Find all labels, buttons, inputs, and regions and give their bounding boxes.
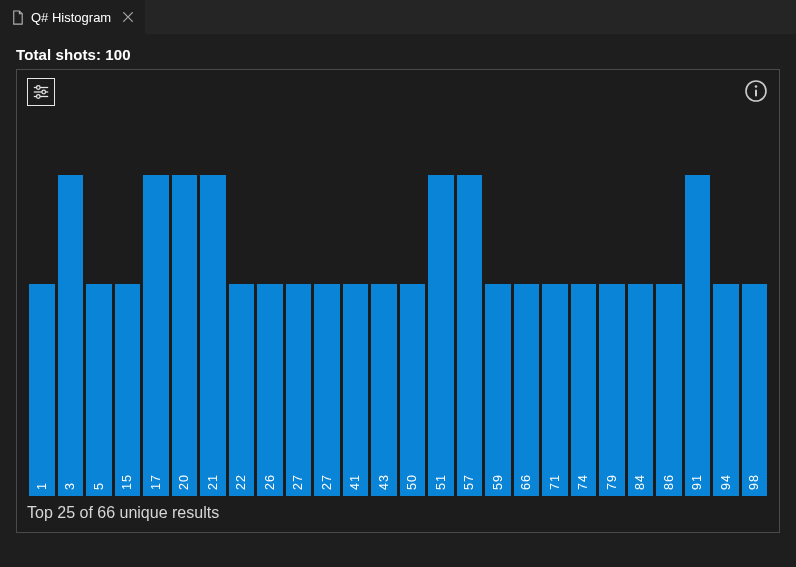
histogram-bar[interactable]: 3: [58, 154, 84, 496]
svg-point-5: [37, 95, 41, 99]
bar-label: 57: [462, 474, 476, 490]
bar-label: 51: [434, 474, 448, 490]
bar-label: 3: [63, 482, 77, 490]
histogram-chart: 1351517202122262727414350515759667174798…: [27, 106, 769, 498]
bar-label: 15: [120, 474, 134, 490]
histogram-bar[interactable]: 43: [371, 154, 397, 496]
main-content: Total shots: 100: [0, 34, 796, 533]
bar-label: 41: [348, 474, 362, 490]
bar-label: 43: [377, 474, 391, 490]
svg-point-3: [42, 90, 46, 94]
histogram-bar[interactable]: 20: [172, 154, 198, 496]
histogram-bar[interactable]: 91: [685, 154, 711, 496]
svg-point-7: [755, 85, 758, 88]
close-icon[interactable]: [121, 10, 135, 24]
tab-histogram[interactable]: Q# Histogram: [0, 0, 146, 34]
histogram-bar[interactable]: 94: [713, 154, 739, 496]
svg-point-1: [37, 86, 41, 90]
bar-label: 26: [263, 474, 277, 490]
histogram-bar[interactable]: 26: [257, 154, 283, 496]
bar-label: 22: [234, 474, 248, 490]
bar-label: 71: [548, 474, 562, 490]
histogram-bar[interactable]: 1: [29, 154, 55, 496]
tab-bar: Q# Histogram: [0, 0, 796, 34]
results-summary: Top 25 of 66 unique results: [27, 498, 769, 522]
bar-label: 98: [747, 474, 761, 490]
histogram-bar[interactable]: 22: [229, 154, 255, 496]
histogram-bar[interactable]: 51: [428, 154, 454, 496]
histogram-bar[interactable]: 5: [86, 154, 112, 496]
histogram-bar[interactable]: 79: [599, 154, 625, 496]
histogram-bar[interactable]: 66: [514, 154, 540, 496]
histogram-panel: 1351517202122262727414350515759667174798…: [16, 69, 780, 533]
histogram-bar[interactable]: 27: [286, 154, 312, 496]
histogram-bar[interactable]: 15: [115, 154, 141, 496]
histogram-bar[interactable]: 98: [742, 154, 768, 496]
bar-label: 27: [291, 474, 305, 490]
bar-label: 50: [405, 474, 419, 490]
histogram-bar[interactable]: 59: [485, 154, 511, 496]
histogram-bar[interactable]: 50: [400, 154, 426, 496]
histogram-bar[interactable]: 41: [343, 154, 369, 496]
bar-label: 74: [576, 474, 590, 490]
bar-label: 20: [177, 474, 191, 490]
histogram-bar[interactable]: 86: [656, 154, 682, 496]
histogram-bar[interactable]: 84: [628, 154, 654, 496]
histogram-bar[interactable]: 21: [200, 154, 226, 496]
histogram-bar[interactable]: 27: [314, 154, 340, 496]
bar-label: 84: [633, 474, 647, 490]
bar-label: 59: [491, 474, 505, 490]
panel-toolbar: [27, 78, 769, 106]
filter-settings-button[interactable]: [27, 78, 55, 106]
svg-rect-8: [755, 90, 757, 97]
info-button[interactable]: [743, 78, 769, 104]
histogram-bar[interactable]: 57: [457, 154, 483, 496]
histogram-bar[interactable]: 71: [542, 154, 568, 496]
bar-label: 86: [662, 474, 676, 490]
tab-label: Q# Histogram: [31, 10, 111, 25]
file-icon: [10, 10, 25, 25]
bar-label: 5: [92, 482, 106, 490]
bar-label: 66: [519, 474, 533, 490]
bar-label: 91: [690, 474, 704, 490]
histogram-bar[interactable]: 74: [571, 154, 597, 496]
bar-label: 79: [605, 474, 619, 490]
bar-label: 21: [206, 474, 220, 490]
bar-label: 94: [719, 474, 733, 490]
bar-label: 17: [149, 474, 163, 490]
total-shots-label: Total shots: 100: [16, 46, 780, 63]
bar-label: 1: [35, 482, 49, 490]
histogram-bar[interactable]: 17: [143, 154, 169, 496]
bar-label: 27: [320, 474, 334, 490]
